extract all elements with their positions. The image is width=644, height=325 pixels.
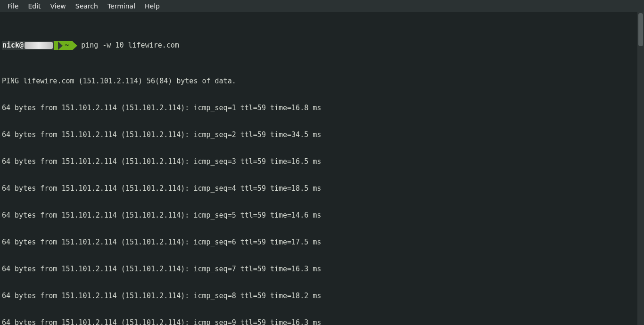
ping-reply: 64 bytes from 151.101.2.114 (151.101.2.1… <box>2 104 642 113</box>
chevron-right-icon <box>73 41 77 50</box>
scrollbar-vertical[interactable] <box>637 12 644 325</box>
ping-reply: 64 bytes from 151.101.2.114 (151.101.2.1… <box>2 130 642 139</box>
ping-reply: 64 bytes from 151.101.2.114 (151.101.2.1… <box>2 184 642 193</box>
command-text: ping -w 10 lifewire.com <box>81 41 179 50</box>
ping-reply: 64 bytes from 151.101.2.114 (151.101.2.1… <box>2 157 642 166</box>
ping-reply: 64 bytes from 151.101.2.114 (151.101.2.1… <box>2 211 642 220</box>
menu-view[interactable]: View <box>46 1 71 11</box>
prompt-user: nick@ <box>2 41 24 50</box>
ping-reply: 64 bytes from 151.101.2.114 (151.101.2.1… <box>2 265 642 274</box>
menu-help[interactable]: Help <box>140 1 165 11</box>
ping-reply: 64 bytes from 151.101.2.114 (151.101.2.1… <box>2 292 642 301</box>
prompt-line-1: nick@ ~ ping -w 10 lifewire.com <box>2 41 642 50</box>
ping-reply: 64 bytes from 151.101.2.114 (151.101.2.1… <box>2 318 642 325</box>
menu-edit[interactable]: Edit <box>23 1 45 11</box>
menu-file[interactable]: File <box>3 1 23 11</box>
prompt-path-segment: ~ <box>54 41 73 50</box>
scrollbar-thumb[interactable] <box>638 13 643 46</box>
terminal-area[interactable]: nick@ ~ ping -w 10 lifewire.com PING lif… <box>0 12 644 325</box>
chevron-right-icon <box>58 41 63 50</box>
ping-header: PING lifewire.com (151.101.2.114) 56(84)… <box>2 77 642 86</box>
prompt-host-redacted <box>25 42 53 49</box>
menu-terminal[interactable]: Terminal <box>103 1 140 11</box>
ping-reply: 64 bytes from 151.101.2.114 (151.101.2.1… <box>2 238 642 247</box>
menu-search[interactable]: Search <box>71 1 103 11</box>
menubar: File Edit View Search Terminal Help <box>0 0 644 12</box>
prompt-user-host: nick@ <box>2 41 54 50</box>
